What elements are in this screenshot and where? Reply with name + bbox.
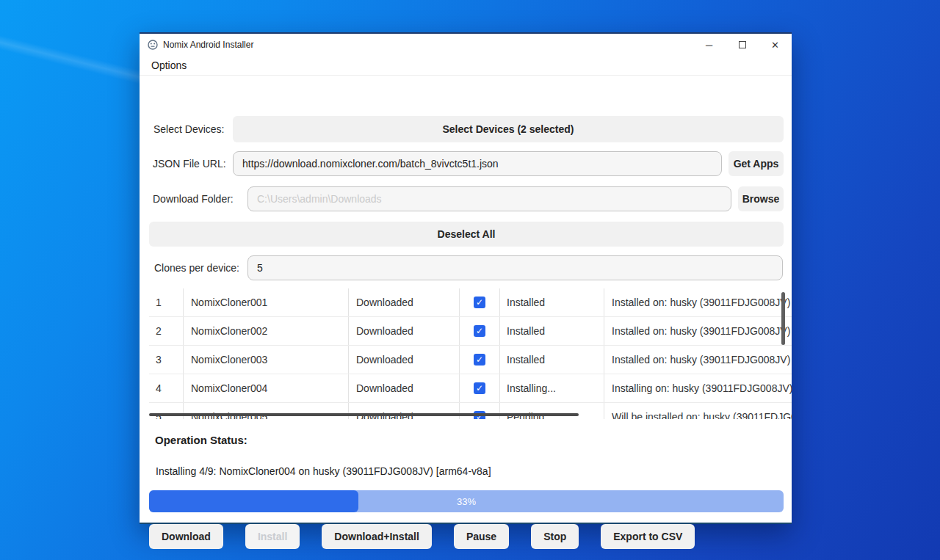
checkbox-cell: ✓ [460,346,500,374]
install-message-cell: Installed on: husky (39011FDJG008JV) [604,317,792,345]
table-row[interactable]: 3 NomixCloner003 Downloaded ✓ Installed … [149,346,792,374]
row-checkbox[interactable]: ✓ [474,297,485,308]
install-status-cell: Pending [500,403,604,419]
download-install-button[interactable]: Download+Install [322,524,432,549]
app-name-cell: NomixCloner004 [184,374,349,402]
install-message-cell: Installing on: husky (39011FDJG008JV) [604,374,792,402]
row-number-cell: 5 [149,403,184,419]
row-checkbox[interactable]: ✓ [474,382,485,394]
download-folder-label: Download Folder: [153,186,234,211]
close-button[interactable]: ✕ [759,34,792,56]
row-checkbox[interactable]: ✓ [474,354,485,366]
table-row[interactable]: 1 NomixCloner001 Downloaded ✓ Installed … [149,288,792,317]
table-row[interactable]: 4 NomixCloner004 Downloaded ✓ Installing… [149,374,792,403]
progress-bar: 33% [149,490,784,512]
app-logo-icon [148,40,158,50]
apps-table: 1 NomixCloner001 Downloaded ✓ Installed … [149,288,792,419]
progress-percent-label: 33% [149,490,784,512]
json-url-input[interactable] [233,151,722,176]
install-message-cell: Will be installed on: husky (39011FDJG00… [604,403,792,419]
row-number-cell: 1 [149,288,184,316]
install-status-cell: Installed [500,288,604,316]
operation-status-heading: Operation Status: [155,434,247,446]
app-name-cell: NomixCloner005 [184,403,349,419]
title-bar: Nomix Android Installer ─ ✕ [140,34,792,56]
select-devices-button[interactable]: Select Devices (2 selected) [233,116,784,142]
table-vertical-scrollbar[interactable] [781,292,785,345]
menu-bar: Options [140,56,792,76]
minimize-icon: ─ [706,40,712,51]
select-devices-label: Select Devices: [153,116,224,142]
install-message-cell: Installed on: husky (39011FDJG008JV) [604,288,792,316]
table-horizontal-scrollbar[interactable] [149,413,579,416]
maximize-icon [739,41,746,48]
minimize-button[interactable]: ─ [693,34,726,56]
row-number-cell: 2 [149,317,184,345]
install-message-cell: Installed on: husky (39011FDJG008JV) [604,346,792,374]
row-number-cell: 4 [149,374,184,402]
table-row[interactable]: 5 NomixCloner005 Downloaded ✓ Pending Wi… [149,403,792,419]
row-checkbox[interactable]: ✓ [474,325,485,337]
window-title: Nomix Android Installer [163,40,253,50]
download-folder-input[interactable] [247,186,731,211]
row-number-cell: 3 [149,346,184,374]
json-url-label: JSON File URL: [153,151,226,176]
main-content: Select Devices: Select Devices (2 select… [140,76,792,523]
download-status-cell: Downloaded [349,317,460,345]
action-buttons: DownloadInstallDownload+InstallPauseStop… [149,524,695,549]
app-name-cell: NomixCloner003 [184,346,349,374]
download-button[interactable]: Download [149,524,223,549]
export-to-csv-button[interactable]: Export to CSV [601,524,695,549]
stop-button[interactable]: Stop [531,524,579,549]
download-status-cell: Downloaded [349,346,460,374]
checkbox-cell: ✓ [460,288,500,316]
deselect-all-button[interactable]: Deselect All [149,222,784,247]
table-row[interactable]: 2 NomixCloner002 Downloaded ✓ Installed … [149,317,792,346]
menu-options[interactable]: Options [151,59,187,71]
window-controls: ─ ✕ [693,34,792,56]
download-status-cell: Downloaded [349,288,460,316]
clones-per-device-label: Clones per device: [154,255,239,280]
install-status-cell: Installing... [500,374,604,402]
clones-per-device-input[interactable] [247,255,783,280]
app-name-cell: NomixCloner001 [184,288,349,316]
get-apps-button[interactable]: Get Apps [728,151,784,176]
checkbox-cell: ✓ [460,403,500,419]
pause-button[interactable]: Pause [454,524,509,549]
checkbox-cell: ✓ [460,317,500,345]
download-status-cell: Downloaded [349,403,460,419]
app-name-cell: NomixCloner002 [184,317,349,345]
checkbox-cell: ✓ [460,374,500,402]
close-icon: ✕ [771,40,779,51]
install-button: Install [245,524,300,549]
maximize-button[interactable] [726,34,759,56]
install-status-cell: Installed [500,346,604,374]
operation-status-message: Installing 4/9: NomixCloner004 on husky … [156,465,491,477]
install-status-cell: Installed [500,317,604,345]
download-status-cell: Downloaded [349,374,460,402]
app-window: Nomix Android Installer ─ ✕ Options Sele… [140,32,792,524]
browse-button[interactable]: Browse [738,186,784,211]
